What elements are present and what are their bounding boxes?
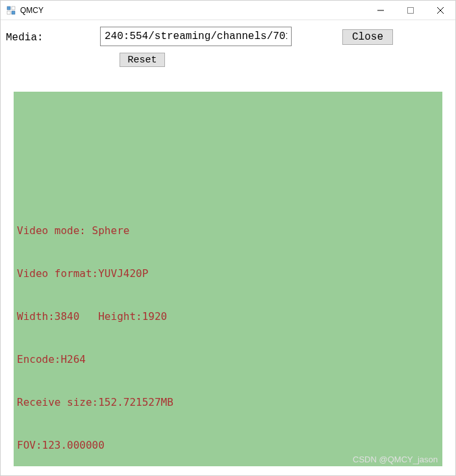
stats-overlay: Video mode: Sphere Video format:YUVJ420P…	[17, 195, 173, 476]
reset-button[interactable]: Reset	[120, 53, 165, 67]
window-controls	[366, 1, 455, 20]
stat-video-format: Video format:YUVJ420P	[17, 267, 173, 281]
watermark: CSDN @QMCY_jason	[353, 455, 438, 464]
media-input[interactable]	[100, 27, 292, 46]
close-button[interactable]: Close	[342, 29, 393, 45]
svg-rect-2	[7, 11, 10, 14]
media-label: Media:	[6, 27, 100, 44]
minimize-button[interactable]	[366, 1, 396, 20]
maximize-button[interactable]	[396, 1, 425, 20]
app-icon	[6, 5, 16, 16]
top-controls: Media: Reset Close	[6, 27, 450, 79]
video-panel: Video mode: Sphere Video format:YUVJ420P…	[14, 92, 442, 466]
svg-rect-1	[12, 7, 15, 10]
content-area: Media: Reset Close Video mode: Sphere Vi…	[1, 20, 455, 476]
svg-rect-5	[408, 7, 414, 13]
stat-dimensions: Width:3840 Height:1920	[17, 310, 173, 324]
svg-rect-0	[7, 7, 10, 10]
close-window-button[interactable]	[425, 1, 455, 20]
titlebar: QMCY	[1, 1, 455, 20]
window-title: QMCY	[20, 6, 44, 15]
stat-video-mode: Video mode: Sphere	[17, 224, 173, 238]
stat-receive-size: Receive size:152.721527MB	[17, 395, 173, 410]
svg-rect-3	[12, 11, 15, 14]
stat-fov: FOV:123.000000	[17, 438, 173, 453]
media-input-column: Reset	[100, 27, 292, 67]
stat-encode: Encode:H264	[17, 352, 173, 367]
